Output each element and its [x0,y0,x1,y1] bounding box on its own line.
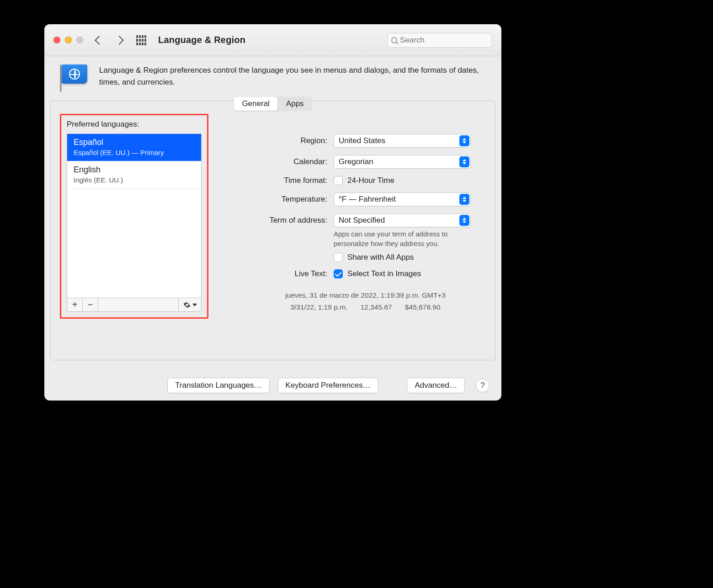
general-pane: Preferred languages: Español Español (EE… [44,105,501,325]
term-of-address-value: Not Specified [339,216,385,225]
calendar-popup[interactable]: Gregorian [334,155,471,169]
language-item[interactable]: Español Español (EE. UU.) — Primary [67,134,201,161]
zoom-window-button[interactable] [76,37,83,43]
minimize-window-button[interactable] [65,37,72,43]
titlebar: Language & Region [44,24,501,56]
share-all-apps-label: Share with All Apps [347,253,414,262]
language-list-toolbar: + − [67,298,201,311]
window-controls [53,37,83,43]
time-format-label: Time format: [245,176,327,185]
sample-long-date: jueves, 31 de marzo de 2022, 1:19:39 p.m… [245,289,486,301]
advanced-button[interactable]: Advanced… [407,378,465,393]
chevron-down-icon [192,304,197,306]
popup-stepper-icon [459,194,469,205]
window-title: Language & Region [158,35,245,45]
live-text-checkbox[interactable] [334,269,343,278]
keyboard-preferences-button[interactable]: Keyboard Preferences… [278,378,378,393]
sample-currency: $45,678.90 [405,303,441,311]
sample-number: 12,345.67 [361,303,392,311]
region-popup[interactable]: United States [334,134,471,148]
language-subtitle: Español (EE. UU.) — Primary [74,149,195,156]
language-actions-button[interactable] [178,298,201,311]
temperature-popup[interactable]: °F — Fahrenheit [334,192,471,206]
popup-stepper-icon [459,215,469,226]
add-language-button[interactable]: + [67,298,83,311]
preferred-languages-list: Español Español (EE. UU.) — Primary Engl… [67,134,202,312]
preferred-languages-label: Preferred languages: [67,120,202,129]
forward-button[interactable] [115,36,124,45]
live-text-option-label: Select Text in Images [347,269,421,278]
format-samples: jueves, 31 de marzo de 2022, 1:19:39 p.m… [245,289,486,314]
sample-short-date: 3/31/22, 1:19 p.m. [290,303,347,311]
preferences-window: Language & Region Language & Region pref… [44,24,501,401]
live-text-label: Live Text: [245,269,327,278]
highlight-box: Preferred languages: Español Español (EE… [60,114,208,319]
term-of-address-hint: Apps can use your term of address to per… [334,229,475,248]
share-all-apps-checkbox[interactable] [334,253,343,262]
language-name: Español [74,138,195,147]
close-window-button[interactable] [53,37,60,43]
preferred-languages-section: Preferred languages: Español Español (EE… [60,114,208,319]
settings-section: Region: United States Calendar: Gregoria… [245,114,486,319]
nav-buttons [96,37,122,43]
translation-languages-button[interactable]: Translation Languages… [167,378,269,393]
24hour-checkbox[interactable] [334,176,343,185]
region-value: United States [339,136,385,145]
help-button[interactable]: ? [476,379,490,392]
search-icon [391,37,397,43]
region-label: Region: [245,136,327,145]
calendar-label: Calendar: [245,157,327,166]
calendar-value: Gregorian [339,157,373,166]
search-field[interactable] [387,33,492,48]
24hour-label: 24-Hour Time [347,176,394,185]
back-button[interactable] [95,36,104,45]
gear-icon [183,301,191,309]
temperature-value: °F — Fahrenheit [339,195,396,204]
term-of-address-popup[interactable]: Not Specified [334,214,471,227]
remove-language-button[interactable]: − [83,298,98,311]
header: Language & Region preferences control th… [44,56,501,96]
term-of-address-label: Term of address: [245,216,327,225]
language-list[interactable]: Español Español (EE. UU.) — Primary Engl… [67,134,201,298]
language-name: English [74,165,195,175]
show-all-button[interactable] [136,35,146,45]
search-input[interactable] [400,36,488,45]
language-subtitle: Inglés (EE. UU.) [74,176,195,184]
language-item[interactable]: English Inglés (EE. UU.) [67,161,201,189]
popup-stepper-icon [459,135,469,146]
popup-stepper-icon [459,156,469,167]
footer: Translation Languages… Keyboard Preferen… [44,378,501,393]
temperature-label: Temperature: [245,195,327,204]
header-description: Language & Region preferences control th… [99,64,490,88]
language-region-icon [56,64,87,92]
